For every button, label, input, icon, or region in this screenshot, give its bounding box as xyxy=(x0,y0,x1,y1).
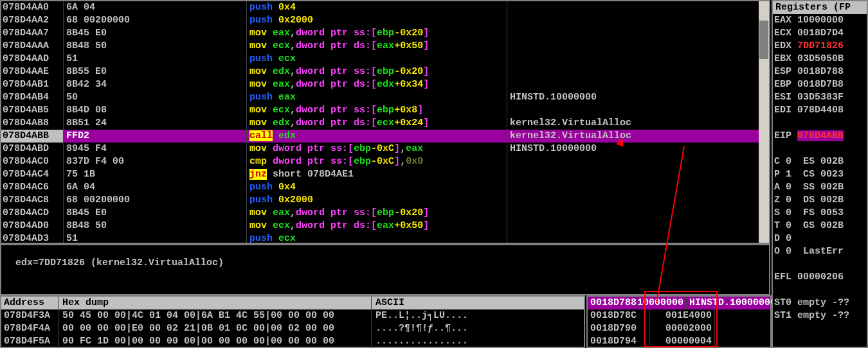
stack-row[interactable]: 0018D79000002000 xyxy=(588,322,770,335)
disasm-comment xyxy=(507,78,769,91)
disasm-row[interactable]: 078D4AAD51push ecx xyxy=(1,53,769,65)
disasm-text: mov ecx,dword ptr ds:[eax+0x50] xyxy=(246,40,507,53)
register-row[interactable]: ESP 0018D788 xyxy=(773,65,867,78)
disasm-row[interactable]: 078D4AD351push ecx xyxy=(1,232,769,244)
flag-row[interactable]: C 0 ES 002B xyxy=(773,155,867,168)
disasm-address: 078D4ACD xyxy=(1,207,63,220)
register-eip-row[interactable]: EIP 078D4ABB xyxy=(773,130,867,143)
flag-row[interactable]: O 0 LastErr xyxy=(773,245,867,258)
dump-hex: 50 45 00 00|4C 01 04 00|6A B1 4C 55|00 0… xyxy=(58,309,371,322)
register-row[interactable]: ESI 03D5383F xyxy=(773,91,867,104)
disasm-address: 078D4AC0 xyxy=(1,155,63,168)
disasm-comment xyxy=(507,168,769,181)
disasm-row[interactable]: 078D4ACD8B45 E0mov eax,dword ptr ss:[ebp… xyxy=(1,207,769,220)
disasm-comment: kernel32.VirtualAlloc xyxy=(507,130,769,143)
dump-header-ascii: ASCII xyxy=(371,297,584,309)
disasm-row[interactable]: 078D4AA268 00200000push 0x2000 xyxy=(1,14,769,27)
disasm-row[interactable]: 078D4AAA8B48 50mov ecx,dword ptr ds:[eax… xyxy=(1,40,769,53)
stack-row[interactable]: 0018D78810000000HINSTD.10000000 xyxy=(588,297,770,309)
disasm-row[interactable]: 078D4AB450push eaxHINSTD.10000000 xyxy=(1,91,769,104)
disasm-text: push 0x2000 xyxy=(246,194,507,207)
register-efl-row[interactable]: EFL 00000206 xyxy=(773,271,867,284)
flag-row[interactable]: A 0 SS 002B xyxy=(773,181,867,194)
disasm-row[interactable]: 078D4AC66A 04push 0x4 xyxy=(1,181,769,194)
disassembly-pane[interactable]: 078D4AA06A 04push 0x4078D4AA268 00200000… xyxy=(0,0,770,244)
disasm-comment xyxy=(507,207,769,220)
info-bar-text: edx=7DD71826 (kernel32.VirtualAlloc) xyxy=(15,257,224,268)
disasm-row[interactable]: 078D4AB18B42 34mov eax,dword ptr ds:[edx… xyxy=(1,78,769,91)
disasm-row[interactable]: 078D4AC868 00200000push 0x2000 xyxy=(1,194,769,207)
stack-address: 0018D788 xyxy=(588,297,637,309)
flag-row[interactable]: Z 0 DS 002B xyxy=(773,194,867,207)
disasm-bytes: 68 00200000 xyxy=(63,14,246,27)
stack-address: 0018D78C xyxy=(588,309,649,322)
stack-pane[interactable]: 0018D78810000000HINSTD.100000000018D78C0… xyxy=(586,295,772,348)
disasm-bytes: 50 xyxy=(63,91,246,104)
disasm-address: 078D4AB4 xyxy=(1,91,63,104)
register-row[interactable]: ECX 0018D7D4 xyxy=(773,27,867,40)
disasm-bytes: 8B4D 08 xyxy=(63,104,246,117)
register-value: 03D5383F xyxy=(797,92,844,103)
register-name: EIP xyxy=(774,130,791,141)
stack-row[interactable]: 0018D79400000004 xyxy=(588,335,770,348)
dump-row[interactable]: 078D4F5A00 FC 1D 00|00 00 00 00|00 00 00… xyxy=(1,335,584,348)
stack-value: 00000004 xyxy=(649,335,714,348)
disasm-bytes: 8B42 34 xyxy=(63,78,246,91)
register-row[interactable]: EDX 7DD71826 xyxy=(773,40,867,53)
scroll-thumb[interactable] xyxy=(759,21,768,59)
register-row[interactable]: EAX 10000000 xyxy=(773,14,867,27)
disasm-row[interactable]: 078D4AC0837D F4 00cmp dword ptr ss:[ebp-… xyxy=(1,155,769,168)
disasm-bytes: 8B48 50 xyxy=(63,40,246,53)
dump-address: 078D4F3A xyxy=(1,309,58,322)
disasm-address: 078D4AAD xyxy=(1,53,63,65)
disasm-text: jnz short 078D4AE1 xyxy=(246,168,507,181)
stack-value: 10000000 xyxy=(637,297,686,309)
disasm-row[interactable]: 078D4ABBFFD2call edxkernel32.VirtualAllo… xyxy=(1,130,769,143)
stack-row[interactable]: 0018D78C001E4000 xyxy=(588,309,770,322)
flag-row[interactable]: P 1 CS 0023 xyxy=(773,168,867,181)
disasm-row[interactable]: 078D4AAE8B55 E0mov edx,dword ptr ss:[ebp… xyxy=(1,65,769,78)
dump-ascii: PE..L¦..j╕LU.... xyxy=(371,309,584,322)
dump-header: AddressHex dumpASCII xyxy=(1,297,584,309)
register-value: 0018D788 xyxy=(797,66,844,77)
register-row[interactable]: EBP 0018D7B8 xyxy=(773,78,867,91)
dump-ascii: ................ xyxy=(371,335,584,348)
disasm-bytes: 8945 F4 xyxy=(63,143,246,155)
disasm-text: push ecx xyxy=(246,232,507,244)
disasm-row[interactable]: 078D4ABD8945 F4mov dword ptr ss:[ebp-0xC… xyxy=(1,143,769,155)
disasm-text: call edx xyxy=(246,130,507,143)
fpu-row[interactable]: ST0 empty -?? xyxy=(773,297,867,309)
disasm-row[interactable]: 078D4AA06A 04push 0x4 xyxy=(1,1,769,14)
disasm-scrollbar[interactable] xyxy=(759,1,769,243)
disasm-bytes: 68 00200000 xyxy=(63,194,246,207)
disasm-row[interactable]: 078D4AB88B51 24mov edx,dword ptr ds:[ecx… xyxy=(1,117,769,130)
disasm-text: mov edx,dword ptr ds:[ecx+0x24] xyxy=(246,117,507,130)
disasm-row[interactable]: 078D4AC475 1Bjnz short 078D4AE1 xyxy=(1,168,769,181)
register-row[interactable]: EBX 03D5050B xyxy=(773,53,867,65)
disasm-address: 078D4AA0 xyxy=(1,1,63,14)
register-row[interactable]: EDI 078D4408 xyxy=(773,104,867,117)
disasm-row[interactable]: 078D4AD08B48 50mov ecx,dword ptr ds:[eax… xyxy=(1,220,769,232)
disasm-bytes: 51 xyxy=(63,232,246,244)
dump-row[interactable]: 078D4F4A00 00 00 00|E0 00 02 21|0B 01 0C… xyxy=(1,322,584,335)
fpu-row[interactable]: ST1 empty -?? xyxy=(773,309,867,322)
stack-address: 0018D794 xyxy=(588,335,649,348)
registers-pane[interactable]: Registers (FPEAX 10000000ECX 0018D7D4EDX… xyxy=(772,0,868,348)
disasm-row[interactable]: 078D4AB58B4D 08mov ecx,dword ptr ss:[ebp… xyxy=(1,104,769,117)
disasm-text: mov eax,dword ptr ss:[ebp-0x20] xyxy=(246,27,507,40)
disasm-row[interactable]: 078D4AA78B45 E0mov eax,dword ptr ss:[ebp… xyxy=(1,27,769,40)
info-bar: edx=7DD71826 (kernel32.VirtualAlloc) xyxy=(0,244,770,295)
flag-row[interactable]: S 0 FS 0053 xyxy=(773,207,867,220)
stack-comment xyxy=(714,322,770,335)
flag-row[interactable]: D 0 xyxy=(773,232,867,245)
disasm-text: mov dword ptr ss:[ebp-0xC],eax xyxy=(246,143,507,155)
register-value: 0018D7B8 xyxy=(797,79,844,90)
disasm-address: 078D4AC4 xyxy=(1,168,63,181)
disasm-address: 078D4AD3 xyxy=(1,232,63,244)
disasm-address: 078D4AAA xyxy=(1,40,63,53)
disasm-bytes: 8B45 E0 xyxy=(63,27,246,40)
flag-row[interactable]: T 0 GS 002B xyxy=(773,220,867,232)
hexdump-pane[interactable]: AddressHex dumpASCII078D4F3A50 45 00 00|… xyxy=(0,295,585,348)
register-value: 0018D7D4 xyxy=(797,28,844,39)
dump-row[interactable]: 078D4F3A50 45 00 00|4C 01 04 00|6A B1 4C… xyxy=(1,309,584,322)
